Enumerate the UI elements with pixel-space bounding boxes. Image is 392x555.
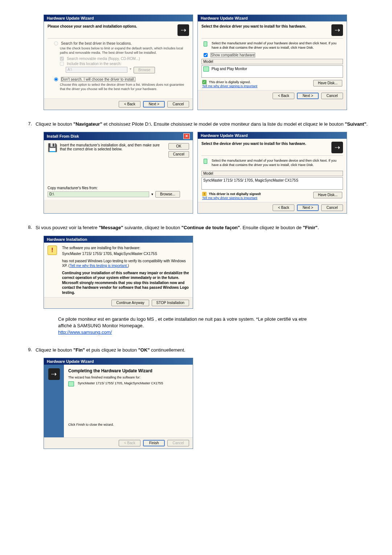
hw-line2: SyncMaster 171S/ 175S/ 170S, MagicSyncMa… <box>62 251 189 256</box>
wizard-icon: ⇢ <box>177 24 189 36</box>
back-button[interactable]: < Back <box>119 101 140 108</box>
title-text: Hardware Update Wizard <box>47 16 94 20</box>
radio-search-desc: Use the check boxes below to limit or ex… <box>60 46 185 55</box>
step8-text: Si vous pouvez voir la fenetre "Message"… <box>36 224 370 231</box>
titlebar: Hardware Installation <box>44 236 193 243</box>
monitor-icon <box>68 381 74 386</box>
step7-text: Cliquez le bouton "Navigateur" et choisi… <box>36 121 370 127</box>
radio-dont-search-desc: Choose this option to select the device … <box>60 83 185 91</box>
warning-icon: ! <box>202 192 207 196</box>
cancel-button[interactable]: Cancel <box>167 101 189 108</box>
heading: Please choose your search and installati… <box>48 24 137 28</box>
title-text: Hardware Update Wizard <box>47 359 94 364</box>
model-list[interactable]: SyncMaster 171S/ 175S/ 170S, MagicSyncMa… <box>201 177 343 190</box>
unsigned-status: ! This driver is not digitally signed! <box>202 192 261 196</box>
check-show-compatible[interactable]: Show compatible hardware <box>204 53 341 57</box>
title-text: Hardware Update Wizard <box>201 133 248 138</box>
model-header: Model <box>201 59 343 64</box>
next-button[interactable]: Next > <box>297 204 319 211</box>
ok-button[interactable]: OK <box>168 143 189 150</box>
complete-model: SyncMaster 171S/ 175S/ 170S, MagicSyncMa… <box>78 381 163 386</box>
wizard-complete: Hardware Update Wizard ⇢ Completing the … <box>44 358 193 449</box>
title-text: Hardware Update Wizard <box>201 16 248 20</box>
instruction: Select the manufacturer and model of you… <box>212 41 341 50</box>
complete-heading: Completing the Hardware Update Wizard <box>68 368 188 373</box>
signed-status: ✓ This driver is digitally signed. <box>202 80 257 84</box>
titlebar: Hardware Update Wizard <box>44 15 193 21</box>
cancel-button[interactable]: Cancel <box>321 204 343 211</box>
next-button[interactable]: Next > <box>297 93 319 99</box>
notes-paragraph: Ce pilote moniteur est en garantie du lo… <box>58 316 319 336</box>
continue-anyway-button[interactable]: Continue Anyway <box>111 300 149 306</box>
copy-from-input[interactable]: D:\ <box>48 191 149 197</box>
have-disk-button[interactable]: Have Disk... <box>313 192 342 198</box>
complete-line2: Click Finish to close the wizard. <box>68 423 188 426</box>
browse-button[interactable]: Browse... <box>155 191 180 198</box>
step-number: 8. <box>22 224 32 231</box>
model-list[interactable]: Plug and Play Monitor <box>201 65 343 78</box>
have-disk-button[interactable]: Have Disk... <box>313 80 342 86</box>
monitor-icon <box>203 66 209 72</box>
signing-info-link[interactable]: Tell me why driver signing is important <box>202 84 257 88</box>
browse-button: Browse <box>134 67 155 73</box>
wizard-select-driver: Hardware Update Wizard Select the device… <box>197 15 347 110</box>
heading: Select the device driver you want to ins… <box>201 142 306 146</box>
close-icon[interactable]: ✕ <box>183 133 190 139</box>
wizard-search-options: Hardware Update Wizard Please choose you… <box>44 15 193 110</box>
step-number: 9. <box>22 347 32 353</box>
signing-info-link[interactable]: Tell me why driver signing is important <box>202 196 261 200</box>
step9-text: Cliquez le bouton "Fin" et puis cliquez … <box>36 347 370 353</box>
hw-warning: Continuing your installation of this sof… <box>62 271 189 295</box>
wizard-select-driver-2: Hardware Update Wizard Select the device… <box>197 132 347 214</box>
samsung-link[interactable]: http://www.samsung.com/ <box>58 329 112 335</box>
model-header: Model <box>201 171 343 176</box>
titlebar: Hardware Update Wizard <box>198 15 347 21</box>
signed-icon: ✓ <box>202 80 207 84</box>
back-button: < Back <box>119 440 140 446</box>
hw-line1: The software you are installing for this… <box>62 246 189 251</box>
complete-line1: The wizard has finished installing the s… <box>68 376 188 379</box>
disk-icon: 💾 <box>48 143 57 153</box>
hardware-installation-dialog: Hardware Installation ! The software you… <box>44 236 193 309</box>
monitor-icon <box>204 159 207 164</box>
cancel-button: Cancel <box>167 440 189 446</box>
heading: Select the device driver you want to ins… <box>201 24 306 28</box>
wizard-icon: ⇢ <box>331 24 343 36</box>
back-button[interactable]: < Back <box>273 93 294 99</box>
hw-line3: has not passed Windows Logo testing to v… <box>62 259 189 268</box>
monitor-icon <box>204 41 207 46</box>
title-text: Hardware Installation <box>47 237 87 242</box>
cancel-button[interactable]: Cancel <box>321 93 343 99</box>
instruction: Select the manufacturer and model of you… <box>212 159 341 167</box>
check-include-location: Include this location in the search: <box>60 62 185 66</box>
back-button[interactable]: < Back <box>273 204 294 211</box>
titlebar: Hardware Update Wizard <box>44 358 193 365</box>
stop-installation-button[interactable]: STOP Installation <box>152 300 189 306</box>
warning-icon: ! <box>48 246 57 255</box>
next-button[interactable]: Next > <box>143 101 165 108</box>
step-number: 7. <box>22 121 32 127</box>
cancel-button[interactable]: Cancel <box>168 151 189 158</box>
radio-search[interactable]: Search for the best driver in these loca… <box>54 41 185 45</box>
wizard-icon: ⇢ <box>48 368 60 380</box>
title-text: Install From Disk <box>47 134 79 138</box>
install-from-disk-dialog: Install From Disk ✕ 💾 Insert the manufac… <box>44 132 193 214</box>
radio-dont-search[interactable]: Don't search. I will choose the driver t… <box>54 77 185 82</box>
titlebar: Hardware Update Wizard <box>198 132 347 139</box>
path-input: A:\ <box>66 67 127 73</box>
wizard-icon: ⇢ <box>331 142 343 153</box>
instruction: Insert the manufacturer's installation d… <box>60 143 165 151</box>
testing-link[interactable]: Tell me why this testing is important. <box>70 264 128 268</box>
titlebar: Install From Disk ✕ <box>44 132 193 140</box>
check-removable-media: Search removable media (floppy, CD-ROM..… <box>60 57 185 61</box>
finish-button[interactable]: Finish <box>143 440 165 446</box>
copy-from-label: Copy manufacturer's files from: <box>48 186 189 190</box>
